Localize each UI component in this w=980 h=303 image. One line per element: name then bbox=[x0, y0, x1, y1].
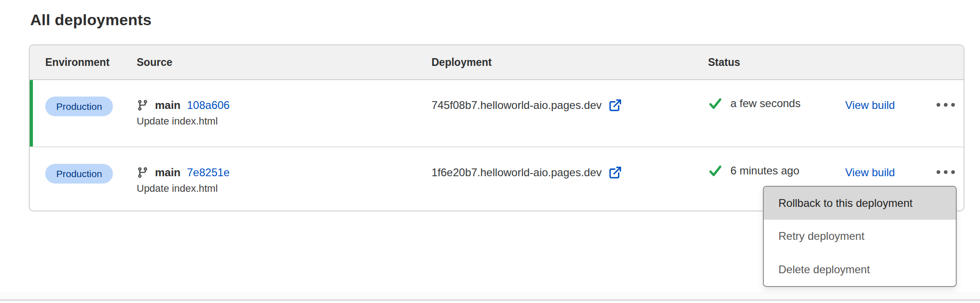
view-build-link[interactable]: View build bbox=[845, 166, 895, 179]
menu-item-delete[interactable]: Delete deployment bbox=[764, 253, 956, 286]
commit-link[interactable]: 7e8251e bbox=[187, 166, 229, 179]
status-cell: 6 minutes ago bbox=[708, 147, 845, 178]
external-link-icon[interactable] bbox=[608, 166, 622, 179]
status-time: a few seconds bbox=[730, 97, 800, 110]
ellipsis-icon bbox=[937, 170, 940, 174]
environment-cell: Production bbox=[45, 80, 137, 116]
ellipsis-icon bbox=[951, 103, 955, 107]
ellipsis-icon bbox=[937, 103, 940, 107]
ellipsis-icon bbox=[944, 103, 948, 107]
menu-item-rollback[interactable]: Rollback to this deployment bbox=[764, 187, 956, 220]
deployment-url: 1f6e20b7.helloworld-aio.pages.dev bbox=[431, 166, 602, 179]
source-cell: main 7e8251e Update index.html bbox=[137, 147, 431, 195]
table-header-row: Environment Source Deployment Status bbox=[30, 45, 964, 80]
column-header-status: Status bbox=[708, 56, 845, 69]
commit-message: Update index.html bbox=[137, 183, 431, 195]
environment-cell: Production bbox=[45, 147, 137, 184]
row-menu-button[interactable] bbox=[937, 147, 955, 174]
view-build-link[interactable]: View build bbox=[845, 99, 895, 111]
source-cell: main 108a606 Update index.html bbox=[137, 80, 431, 127]
branch-name: main bbox=[155, 166, 181, 179]
deployment-context-menu: Rollback to this deployment Retry deploy… bbox=[763, 186, 957, 287]
environment-badge: Production bbox=[45, 164, 113, 184]
commit-link[interactable]: 108a606 bbox=[187, 98, 229, 112]
environment-badge: Production bbox=[45, 97, 113, 116]
bottom-section-strip bbox=[0, 292, 980, 299]
deployment-cell: 1f6e20b7.helloworld-aio.pages.dev bbox=[431, 147, 708, 179]
ellipsis-icon bbox=[944, 170, 948, 174]
deployment-url: 745f08b7.helloworld-aio.pages.dev bbox=[431, 98, 602, 112]
column-header-deployment: Deployment bbox=[431, 56, 708, 69]
bottom-divider bbox=[0, 299, 980, 301]
menu-item-retry[interactable]: Retry deployment bbox=[764, 220, 956, 253]
status-time: 6 minutes ago bbox=[730, 164, 799, 177]
view-build-cell: View build bbox=[845, 80, 937, 112]
page-title: All deployments bbox=[30, 11, 152, 29]
view-build-cell: View build bbox=[845, 147, 937, 179]
commit-message: Update index.html bbox=[137, 115, 431, 127]
external-link-icon[interactable] bbox=[608, 98, 622, 112]
git-branch-icon bbox=[137, 167, 149, 179]
check-icon bbox=[708, 164, 723, 178]
table-row: Production main 108a606 Update index.htm… bbox=[30, 80, 964, 146]
column-header-source: Source bbox=[137, 56, 431, 69]
branch-name: main bbox=[155, 98, 181, 112]
deployment-cell: 745f08b7.helloworld-aio.pages.dev bbox=[431, 80, 708, 112]
row-menu-button[interactable] bbox=[937, 80, 955, 107]
column-header-environment: Environment bbox=[45, 56, 137, 69]
status-cell: a few seconds bbox=[708, 80, 845, 110]
ellipsis-icon bbox=[951, 170, 955, 174]
check-icon bbox=[708, 97, 723, 110]
git-branch-icon bbox=[137, 99, 149, 111]
